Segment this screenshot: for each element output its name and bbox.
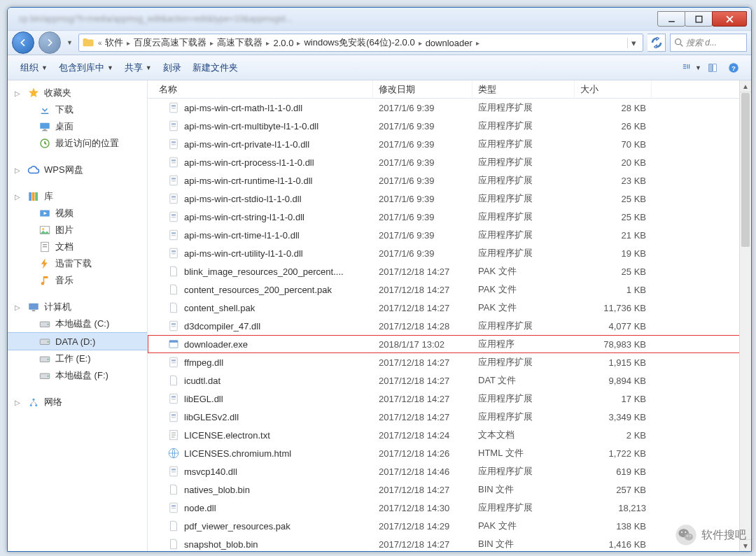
- maximize-button[interactable]: [685, 11, 713, 27]
- nav-item[interactable]: DATA (D:): [8, 332, 147, 350]
- file-list-pane[interactable]: 名称 修改日期 类型 大小 api-ms-win-crt-math-l1-1-0…: [148, 80, 751, 551]
- chevron-right-icon[interactable]: ▸: [126, 39, 131, 47]
- file-date: 2017/1/6 9:39: [373, 174, 472, 187]
- preview-pane-button[interactable]: [702, 59, 723, 77]
- titlebar[interactable]: cp bin/appmsg/?t=media/appmsg_edit&actio…: [8, 8, 751, 30]
- include-menu[interactable]: 包含到库中▼: [53, 59, 119, 77]
- navigation-pane[interactable]: ▷收藏夹下载桌面最近访问的位置▷WPS网盘▷库视频图片文档迅雷下载音乐▷计算机本…: [8, 80, 148, 551]
- file-row[interactable]: blink_image_resources_200_percent....201…: [148, 262, 751, 280]
- scroll-up[interactable]: ▲: [740, 80, 751, 92]
- column-date[interactable]: 修改日期: [373, 80, 472, 98]
- share-menu[interactable]: 共享▼: [119, 59, 158, 77]
- file-size: 70 KB: [575, 138, 652, 151]
- chevron-right-icon[interactable]: ▸: [209, 39, 214, 47]
- nav-item[interactable]: 音乐: [8, 272, 147, 289]
- file-size: 138 KB: [575, 520, 652, 533]
- history-dropdown[interactable]: ▼: [65, 39, 74, 46]
- breadcrumb-box[interactable]: «软件▸百度云高速下载器▸高速下载器▸2.0.0▸windows免安装(64位)…: [78, 34, 643, 52]
- refresh-button[interactable]: [648, 34, 666, 52]
- file-row[interactable]: node.dll2017/12/18 14:30应用程序扩展18,213: [148, 499, 751, 517]
- file-row[interactable]: libGLESv2.dll2017/12/18 14:27应用程序扩展3,349…: [148, 408, 751, 426]
- file-row[interactable]: api-ms-win-crt-math-l1-1-0.dll2017/1/6 9…: [148, 99, 751, 117]
- search-input[interactable]: 搜索 d...: [670, 34, 747, 52]
- file-icon: [167, 229, 180, 241]
- nav-item[interactable]: 本地磁盘 (F:): [8, 367, 147, 384]
- nav-group-header[interactable]: ▷网络: [8, 394, 147, 411]
- nav-item[interactable]: 下载: [8, 101, 147, 118]
- file-row[interactable]: content_shell.pak2017/12/18 14:27PAK 文件1…: [148, 299, 751, 317]
- scroll-thumb[interactable]: [741, 93, 750, 247]
- file-row[interactable]: api-ms-win-crt-utility-l1-1-0.dll2017/1/…: [148, 244, 751, 262]
- nav-item[interactable]: 图片: [8, 222, 147, 238]
- file-row[interactable]: ffmpeg.dll2017/12/18 14:27应用程序扩展1,915 KB: [148, 353, 751, 371]
- vertical-scrollbar[interactable]: ▲ ▼: [739, 80, 751, 551]
- file-row[interactable]: libEGL.dll2017/12/18 14:27应用程序扩展17 KB: [148, 390, 751, 408]
- file-row[interactable]: LICENSE.electron.txt2017/12/18 14:24文本文档…: [148, 426, 751, 444]
- file-row[interactable]: api-ms-win-crt-private-l1-1-0.dll2017/1/…: [148, 135, 751, 153]
- chevron-right-icon[interactable]: ▸: [265, 39, 270, 47]
- file-row[interactable]: icudtl.dat2017/12/18 14:27DAT 文件9,894 KB: [148, 371, 751, 390]
- burn-button[interactable]: 刻录: [158, 59, 187, 77]
- file-row[interactable]: api-ms-win-crt-string-l1-1-0.dll2017/1/6…: [148, 208, 751, 226]
- file-name: pdf_viewer_resources.pak: [184, 521, 290, 532]
- column-type[interactable]: 类型: [472, 80, 575, 98]
- file-row[interactable]: snapshot_blob.bin2017/12/18 14:27BIN 文件1…: [148, 535, 751, 551]
- file-row[interactable]: natives_blob.bin2017/12/18 14:27BIN 文件25…: [148, 480, 751, 499]
- file-type: PAK 文件: [472, 518, 575, 534]
- close-button[interactable]: [712, 11, 747, 27]
- view-options-button[interactable]: ▼: [681, 59, 702, 77]
- file-type: BIN 文件: [472, 536, 575, 551]
- chevron-right-icon[interactable]: ▸: [475, 39, 480, 47]
- file-name: LICENSE.electron.txt: [184, 430, 270, 441]
- file-row[interactable]: d3dcompiler_47.dll2017/12/18 14:28应用程序扩展…: [148, 317, 751, 335]
- file-type: 应用程序扩展: [472, 391, 575, 406]
- file-date: 2017/12/18 14:27: [373, 538, 472, 551]
- column-size[interactable]: 大小: [575, 80, 652, 98]
- file-row[interactable]: content_resources_200_percent.pak2017/12…: [148, 280, 751, 299]
- organize-menu[interactable]: 组织▼: [15, 59, 53, 77]
- nav-item[interactable]: 文档: [8, 238, 147, 255]
- file-row[interactable]: downloader.exe2018/1/17 13:02应用程序78,983 …: [148, 335, 751, 353]
- nav-group-header[interactable]: ▷收藏夹: [8, 85, 147, 101]
- chevron-right-icon[interactable]: ▸: [296, 39, 301, 47]
- nav-group-header[interactable]: ▷计算机: [8, 299, 147, 315]
- minimize-button[interactable]: [657, 11, 685, 27]
- crumb-segment[interactable]: 高速下载器: [214, 36, 265, 49]
- help-button[interactable]: [723, 59, 744, 77]
- file-row[interactable]: api-ms-win-crt-stdio-l1-1-0.dll2017/1/6 …: [148, 190, 751, 208]
- nav-group-header[interactable]: ▷WPS网盘: [8, 162, 147, 178]
- nav-item[interactable]: 工作 (E:): [8, 350, 147, 367]
- back-button[interactable]: [12, 31, 34, 54]
- nav-item[interactable]: 本地磁盘 (C:): [8, 315, 147, 332]
- file-name: libEGL.dll: [184, 394, 223, 404]
- file-name: snapshot_blob.bin: [184, 539, 258, 550]
- file-row[interactable]: LICENSES.chromium.html2017/12/18 14:26HT…: [148, 444, 751, 462]
- crumb-segment[interactable]: 百度云高速下载器: [131, 36, 209, 49]
- file-row[interactable]: api-ms-win-crt-multibyte-l1-1-0.dll2017/…: [148, 117, 751, 135]
- file-row[interactable]: api-ms-win-crt-process-l1-1-0.dll2017/1/…: [148, 153, 751, 171]
- file-type: 应用程序扩展: [472, 318, 575, 334]
- chevron-right-icon[interactable]: ▸: [418, 39, 423, 47]
- crumb-segment[interactable]: windows免安装(64位)-2.0.0: [301, 36, 417, 49]
- file-date: 2017/12/18 14:26: [373, 447, 472, 460]
- column-name[interactable]: 名称: [148, 80, 373, 98]
- file-size: 1 KB: [575, 283, 652, 297]
- nav-item[interactable]: 视频: [8, 205, 147, 222]
- forward-button[interactable]: [38, 31, 61, 54]
- address-dropdown[interactable]: ▾: [627, 38, 640, 48]
- nav-group-header[interactable]: ▷库: [8, 188, 147, 205]
- file-type: DAT 文件: [472, 373, 575, 388]
- nav-item[interactable]: 迅雷下载: [8, 255, 147, 272]
- nav-item[interactable]: 最近访问的位置: [8, 135, 147, 152]
- file-icon: [167, 265, 180, 278]
- newfolder-button[interactable]: 新建文件夹: [187, 59, 244, 77]
- crumb-segment[interactable]: 软件: [102, 36, 126, 49]
- file-row[interactable]: msvcp140.dll2017/12/18 14:46应用程序扩展619 KB: [148, 462, 751, 480]
- file-icon: [167, 101, 180, 114]
- file-row[interactable]: api-ms-win-crt-runtime-l1-1-0.dll2017/1/…: [148, 171, 751, 190]
- crumb-segment[interactable]: downloader: [423, 38, 475, 48]
- file-row[interactable]: pdf_viewer_resources.pak2017/12/18 14:29…: [148, 517, 751, 535]
- file-row[interactable]: api-ms-win-crt-time-l1-1-0.dll2017/1/6 9…: [148, 226, 751, 244]
- nav-item[interactable]: 桌面: [8, 118, 147, 135]
- crumb-segment[interactable]: 2.0.0: [270, 38, 296, 48]
